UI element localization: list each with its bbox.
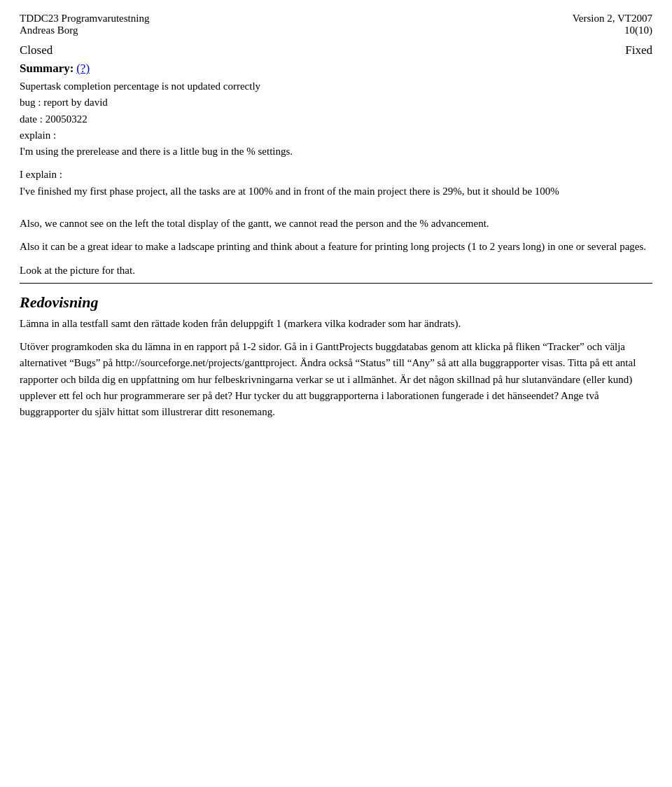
summary-label: Summary: — [20, 62, 74, 75]
explain-also-line: Also, we cannot see on the left the tota… — [20, 216, 652, 232]
bug-explain-text: I'm using the prerelease and there is a … — [20, 144, 652, 160]
bug-report-line: bug : report by david — [20, 95, 652, 111]
header-left: TDDC23 Programvarutestning Andreas Borg — [20, 13, 149, 36]
page-header: TDDC23 Programvarutestning Andreas Borg … — [20, 13, 652, 36]
bug-details-block: Supertask completion percentage is not u… — [20, 78, 652, 160]
author-name: Andreas Borg — [20, 25, 149, 36]
redovisning-heading: Redovisning — [20, 293, 652, 312]
status-fixed: Fixed — [625, 43, 652, 57]
summary-link[interactable]: (?) — [76, 62, 90, 75]
explain-block: I explain : I've finished my first phase… — [20, 167, 652, 232]
status-row: Closed Fixed — [20, 43, 652, 57]
explain-intro: I explain : — [20, 167, 652, 183]
redovisning-paragraph1: Lämna in alla testfall samt den rättade … — [20, 316, 652, 332]
status-closed: Closed — [20, 43, 52, 57]
document-title: TDDC23 Programvarutestning — [20, 13, 149, 25]
look-text: Look at the picture for that. — [20, 265, 135, 276]
version-label: Version 2, VT2007 — [573, 13, 652, 25]
redovisning-section: Redovisning Lämna in alla testfall samt … — [20, 293, 652, 421]
bug-explain-label: explain : — [20, 127, 652, 144]
header-right: Version 2, VT2007 10(10) — [573, 13, 652, 36]
also-text: Also it can be a great idear to make a l… — [20, 241, 646, 252]
summary-heading-row: Summary: (?) — [20, 62, 652, 76]
also-block: Also it can be a great idear to make a l… — [20, 239, 652, 255]
bug-title-line: Supertask completion percentage is not u… — [20, 78, 652, 95]
page-number: 10(10) — [624, 25, 652, 36]
redovisning-paragraph2: Utöver programkoden ska du lämna in en r… — [20, 339, 652, 420]
look-block: Look at the picture for that. — [20, 263, 652, 284]
explain-text: I've finished my first phase project, al… — [20, 183, 652, 200]
bug-date-line: date : 20050322 — [20, 111, 652, 127]
